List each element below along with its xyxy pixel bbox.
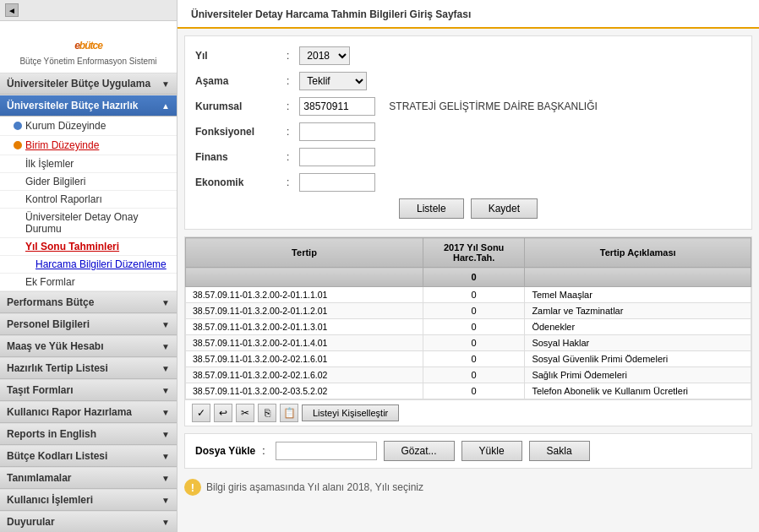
logo-subtitle: Bütçe Yönetim Enformasyon Sistemi xyxy=(7,57,170,66)
logo-text: ebütce xyxy=(7,28,170,55)
sidebar-section-maas-header[interactable]: Maaş ve Yük Hesabı ▼ xyxy=(0,336,177,357)
table-row[interactable]: 38.57.09.11-01.3.2.00-2-01.1.3.01 0 Öden… xyxy=(186,319,751,335)
sidebar-section-performans: Performans Bütçe ▼ xyxy=(0,292,177,314)
col-header-aciklama: Tertip Açıklaması xyxy=(525,238,751,268)
cell-aciklama: Sosyal Haklar xyxy=(525,335,751,351)
dot-icon xyxy=(14,122,22,130)
chevron-down-icon: ▼ xyxy=(161,342,170,351)
cell-tertip: 38.57.09.11-01.3.2.00-2-01.1.1.01 xyxy=(186,287,423,303)
sidebar-section-personel: Personel Bilgileri ▼ xyxy=(0,314,177,336)
sidebar-section-kullanici-islemleri: Kullanıcı İşlemleri ▼ xyxy=(0,490,177,512)
kurumsal-input[interactable] xyxy=(299,97,375,116)
dot-icon xyxy=(14,141,22,149)
chevron-down-icon: ▼ xyxy=(161,452,170,461)
file-path-input[interactable] xyxy=(276,442,377,460)
sidebar-section-performans-header[interactable]: Performans Bütçe ▼ xyxy=(0,292,177,313)
kaydet-button[interactable]: Kaydet xyxy=(471,198,538,219)
sidebar-section-duyurular-header[interactable]: Duyurular ▼ xyxy=(0,512,177,532)
cell-tertip: 38.57.09.11-01.3.2.00-2-01.1.2.01 xyxy=(186,303,423,319)
sidebar-section-butce-kodlari-header[interactable]: Bütçe Kodları Listesi ▼ xyxy=(0,446,177,467)
table-toolbar: ✓ ↩ ✂ ⎘ 📋 Listeyi Kişiselleştir xyxy=(185,399,751,426)
data-table: Tertip 2017 Yıl Sonu Harc.Tah. Tertip Aç… xyxy=(185,237,751,399)
form-buttons: Listele Kaydet xyxy=(195,198,741,219)
sidebar-section-tanimlamalar-header[interactable]: Tanımlamalar ▼ xyxy=(0,468,177,489)
info-icon: ! xyxy=(184,479,201,496)
cell-value: 0 xyxy=(423,351,524,367)
cell-aciklama: Temel Maaşlar xyxy=(525,287,751,303)
logo-area: ebütce Bütçe Yönetim Enformasyon Sistemi xyxy=(0,21,177,73)
upload-button[interactable]: Yükle xyxy=(461,441,522,461)
table-row[interactable]: 38.57.09.11-01.3.2.00-2-02.1.6.01 0 Sosy… xyxy=(186,351,751,367)
listele-button[interactable]: Listele xyxy=(399,198,464,219)
sidebar-section-reports-english: Reports in English ▼ xyxy=(0,424,177,446)
sidebar-section-hazirlik-header[interactable]: Üniversiteler Bütçe Hazırlık ▲ xyxy=(0,95,177,117)
sidebar-item-harcama-bilgileri[interactable]: Harcama Bilgileri Düzenleme xyxy=(0,256,177,274)
check-icon[interactable]: ✓ xyxy=(192,404,210,422)
cell-value: 0 xyxy=(423,383,524,399)
kurumsal-description: STRATEJİ GELİŞTİRME DAİRE BAŞKANLIĞI xyxy=(389,100,598,112)
chevron-down-icon: ▼ xyxy=(161,408,170,417)
sidebar-section-personel-header[interactable]: Personel Bilgileri ▼ xyxy=(0,314,177,335)
sidebar-section-kullanici-islemleri-header[interactable]: Kullanıcı İşlemleri ▼ xyxy=(0,490,177,511)
cell-value: 0 xyxy=(423,287,524,303)
sidebar-section-tanimlamalar: Tanımlamalar ▼ xyxy=(0,468,177,490)
sidebar-item-ek-formlar[interactable]: Ek Formlar xyxy=(0,274,177,291)
sidebar-item-gider-bilgileri[interactable]: Gider Bilgileri xyxy=(0,173,177,191)
sidebar-section-kullanici-rapor-header[interactable]: Kullanıcı Rapor Hazırlama ▼ xyxy=(0,402,177,423)
sidebar-section-duyurular: Duyurular ▼ xyxy=(0,512,177,532)
sidebar-section-hazirlik-tertip: Hazırlık Tertip Listesi ▼ xyxy=(0,358,177,380)
main-content: Üniversiteler Detay Harcama Tahmin Bilgi… xyxy=(177,0,759,532)
ekonomik-label: Ekonomik xyxy=(195,176,280,188)
copy-icon[interactable]: ⎘ xyxy=(258,404,276,422)
sidebar-item-kurum-duzeyinde[interactable]: Kurum Düzeyinde xyxy=(0,117,177,136)
table-row[interactable]: 38.57.09.11-01.3.2.00-2-01.1.1.01 0 Teme… xyxy=(186,287,751,303)
personalize-button[interactable]: Listeyi Kişiselleştir xyxy=(302,404,399,421)
cell-aciklama: Zamlar ve Tazminatlar xyxy=(525,303,751,319)
sidebar-collapse-button[interactable]: ◄ xyxy=(5,3,19,17)
table-row[interactable]: 38.57.09.11-01.3.2.00-2-01.1.4.01 0 Sosy… xyxy=(186,335,751,351)
fonksiyonel-input[interactable] xyxy=(299,122,375,141)
sidebar-item-birim-duzeyinde[interactable]: Birim Düzeyinde xyxy=(0,136,177,155)
yil-select[interactable]: 2018 2017 2019 xyxy=(299,46,350,65)
sidebar-item-yil-sonu[interactable]: Yıl Sonu Tahminleri xyxy=(0,238,177,256)
ekonomik-input[interactable] xyxy=(299,173,375,192)
sidebar-section-kullanici-rapor: Kullanıcı Rapor Hazırlama ▼ xyxy=(0,402,177,424)
cell-aciklama: Sağlık Primi Ödemeleri xyxy=(525,367,751,383)
save-button[interactable]: Sakla xyxy=(529,441,590,461)
sidebar-item-ilk-islemler[interactable]: İlk İşlemler xyxy=(0,155,177,173)
sidebar-section-hazirlik-tertip-header[interactable]: Hazırlık Tertip Listesi ▼ xyxy=(0,358,177,379)
col-header-tertip: Tertip xyxy=(186,238,423,268)
table-section: Tertip 2017 Yıl Sonu Harc.Tah. Tertip Aç… xyxy=(184,236,752,426)
chevron-down-icon: ▼ xyxy=(161,79,170,89)
cell-tertip: 38.57.09.11-01.3.2.00-2-02.1.6.01 xyxy=(186,351,423,367)
sidebar-section-reports-english-header[interactable]: Reports in English ▼ xyxy=(0,424,177,445)
undo-icon[interactable]: ↩ xyxy=(214,404,232,422)
table-row[interactable]: 38.57.09.11-01.3.2.00-2-03.5.2.02 0 Tele… xyxy=(186,383,751,399)
col-header-yil-sonu: 2017 Yıl Sonu Harc.Tah. xyxy=(423,238,524,268)
info-text: Bilgi giris aşamasında Yıl alanı 2018, Y… xyxy=(206,481,423,493)
finans-input[interactable] xyxy=(299,148,375,166)
asama-select[interactable]: Teklif xyxy=(299,72,367,90)
sidebar: ◄ ebütce Bütçe Yönetim Enformasyon Siste… xyxy=(0,0,177,532)
cut-icon[interactable]: ✂ xyxy=(236,404,254,422)
sidebar-section-tasit-header[interactable]: Taşıt Formları ▼ xyxy=(0,380,177,401)
cell-value: 0 xyxy=(423,335,524,351)
chevron-down-icon: ▼ xyxy=(161,430,170,439)
browse-button[interactable]: Gözat... xyxy=(384,441,455,461)
sidebar-item-detay-onay[interactable]: Üniversiteler Detay Onay Durumu xyxy=(0,209,177,238)
table-row[interactable]: 38.57.09.11-01.3.2.00-2-01.1.2.01 0 Zaml… xyxy=(186,303,751,319)
sidebar-section-uygulama-header[interactable]: Üniversiteler Bütçe Uygulama ▼ xyxy=(0,73,177,95)
table-row[interactable]: 38.57.09.11-01.3.2.00-2-02.1.6.02 0 Sağl… xyxy=(186,367,751,383)
cell-value: 0 xyxy=(423,303,524,319)
asama-row: Aşama : Teklif xyxy=(195,72,741,90)
sidebar-item-kontrol-raporlari[interactable]: Kontrol Raporları xyxy=(0,191,177,209)
chevron-down-icon: ▼ xyxy=(161,320,170,329)
kurumsal-label: Kurumsal xyxy=(195,100,280,112)
cell-aciklama: Telefon Abonelik ve Kullanım Ücretleri xyxy=(525,383,751,399)
chevron-down-icon: ▼ xyxy=(161,364,170,373)
yil-label: Yıl xyxy=(195,50,280,62)
paste-icon[interactable]: 📋 xyxy=(280,404,298,422)
sidebar-section-maas: Maaş ve Yük Hesabı ▼ xyxy=(0,336,177,358)
cell-tertip: 38.57.09.11-01.3.2.00-2-01.1.4.01 xyxy=(186,335,423,351)
kurumsal-row: Kurumsal : STRATEJİ GELİŞTİRME DAİRE BAŞ… xyxy=(195,97,741,116)
